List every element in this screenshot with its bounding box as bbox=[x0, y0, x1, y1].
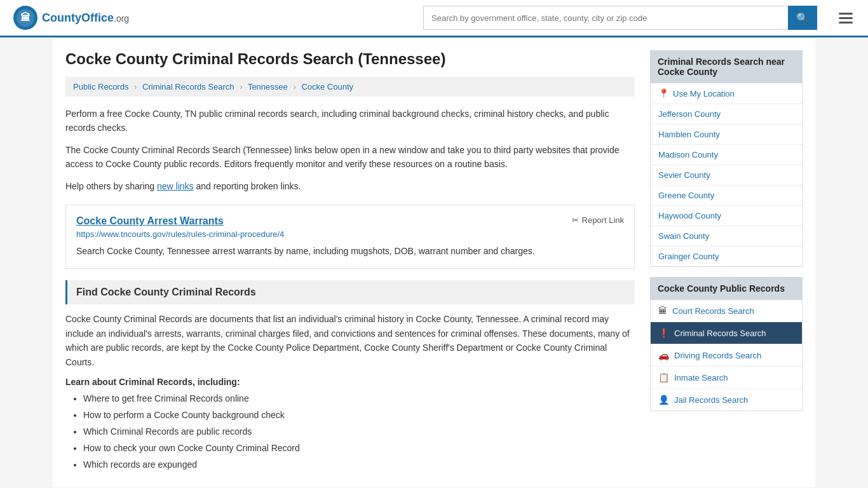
logo-text: CountyOffice.org bbox=[42, 11, 129, 25]
description-3: Help others by sharing new links and rep… bbox=[65, 179, 635, 193]
nearby-county-item[interactable]: Greene County bbox=[651, 186, 802, 206]
nearby-county-item[interactable]: Swain County bbox=[651, 226, 802, 247]
page-title: Cocke County Criminal Records Search (Te… bbox=[65, 50, 635, 68]
nearby-county-item[interactable]: Haywood County bbox=[651, 206, 802, 226]
new-links-link[interactable]: new links bbox=[157, 181, 194, 191]
learn-list: Where to get free Criminal Records onlin… bbox=[65, 392, 635, 471]
logo[interactable]: 🏛 CountyOffice.org bbox=[13, 5, 129, 30]
learn-item: How to check your own Cocke County Crimi… bbox=[83, 442, 635, 455]
find-records-header: Find Cocke County Criminal Records bbox=[65, 280, 635, 304]
warrant-section: ✂ Report Link Cocke County Arrest Warran… bbox=[65, 205, 635, 269]
learn-item: Which Criminal Records are public record… bbox=[83, 425, 635, 438]
breadcrumb-criminal-records[interactable]: Criminal Records Search bbox=[142, 82, 234, 92]
search-button[interactable]: 🔍 bbox=[788, 6, 817, 30]
search-container: 🔍 bbox=[423, 6, 817, 30]
nearby-county-item[interactable]: Hamblen County bbox=[651, 125, 802, 145]
public-record-item[interactable]: ❗Criminal Records Search bbox=[651, 322, 802, 344]
description-1: Perform a free Cocke County, TN public c… bbox=[65, 107, 635, 135]
learn-heading: Learn about Criminal Records, including: bbox=[65, 377, 635, 387]
public-record-item[interactable]: 🏛Court Records Search bbox=[651, 300, 802, 322]
nearby-county-item[interactable]: Sevier County bbox=[651, 165, 802, 186]
breadcrumb: Public Records › Criminal Records Search… bbox=[65, 77, 635, 97]
breadcrumb-public-records[interactable]: Public Records bbox=[73, 82, 128, 92]
menu-button[interactable] bbox=[836, 8, 855, 29]
public-record-item[interactable]: 📋Inmate Search bbox=[651, 367, 802, 389]
record-icon: 🏛 bbox=[658, 306, 667, 316]
learn-item: Which records are expunged bbox=[83, 458, 635, 471]
public-records-header: Cocke County Public Records bbox=[650, 277, 803, 300]
learn-item: How to perform a Cocke County background… bbox=[83, 409, 635, 422]
nearby-county-item[interactable]: Jefferson County bbox=[651, 104, 802, 125]
menu-icon-line2 bbox=[839, 17, 853, 19]
use-location[interactable]: Use My Location bbox=[651, 83, 802, 104]
search-input[interactable] bbox=[423, 6, 788, 30]
public-record-item[interactable]: 👤Jail Records Search bbox=[651, 389, 802, 410]
description-2: The Cocke County Criminal Records Search… bbox=[65, 143, 635, 172]
record-icon: 📋 bbox=[658, 372, 669, 383]
nearby-counties-list: Use My Location Jefferson CountyHamblen … bbox=[650, 83, 803, 267]
svg-text:🏛: 🏛 bbox=[20, 11, 31, 23]
public-records-list: 🏛Court Records Search❗Criminal Records S… bbox=[650, 300, 803, 411]
find-records-paragraph: Cocke County Criminal Records are docume… bbox=[65, 312, 635, 369]
warrant-url[interactable]: https://www.tncourts.gov/rules/rules-cri… bbox=[76, 229, 624, 239]
nearby-county-item[interactable]: Grainger County bbox=[651, 247, 802, 266]
learn-item: Where to get free Criminal Records onlin… bbox=[83, 392, 635, 405]
breadcrumb-tennessee[interactable]: Tennessee bbox=[248, 82, 288, 92]
record-icon: 🚗 bbox=[658, 350, 669, 360]
nearby-header: Criminal Records Search near Cocke Count… bbox=[650, 50, 803, 83]
nearby-county-item[interactable]: Madison County bbox=[651, 145, 802, 165]
public-record-item[interactable]: 🚗Driving Records Search bbox=[651, 344, 802, 367]
warrant-title[interactable]: Cocke County Arrest Warrants bbox=[76, 215, 624, 227]
menu-icon-line1 bbox=[839, 13, 853, 15]
breadcrumb-cocke-county[interactable]: Cocke County bbox=[301, 82, 353, 92]
menu-icon-line3 bbox=[839, 22, 853, 24]
record-icon: 👤 bbox=[658, 395, 669, 405]
logo-icon: 🏛 bbox=[13, 5, 38, 30]
record-icon: ❗ bbox=[658, 328, 669, 338]
warrant-description: Search Cocke County, Tennessee arrest wa… bbox=[76, 244, 624, 258]
report-link-button[interactable]: ✂ Report Link bbox=[572, 215, 624, 225]
